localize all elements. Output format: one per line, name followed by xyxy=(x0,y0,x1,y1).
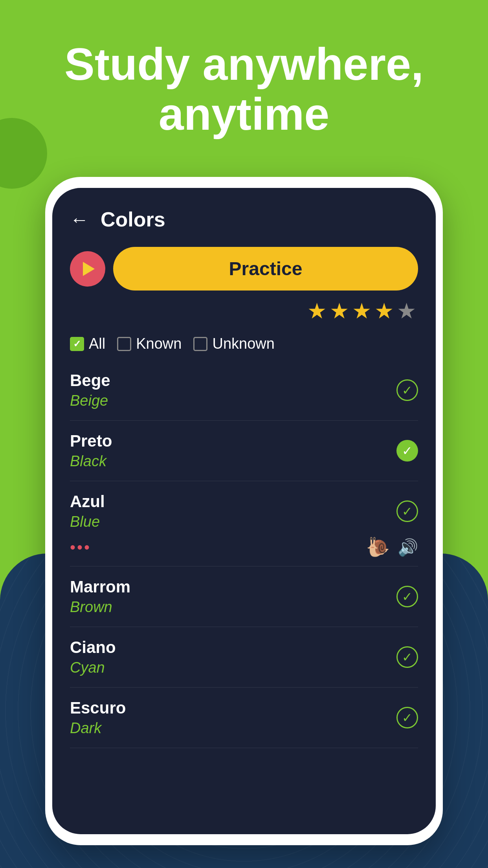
word-item-marrom[interactable]: Marrom Brown ✓ xyxy=(70,566,418,627)
filter-unknown-label: Unknown xyxy=(212,335,274,352)
app-header: ← Colors xyxy=(52,188,436,243)
word-text-ciano: Ciano Cyan xyxy=(70,638,116,676)
filter-known-label: Known xyxy=(136,335,182,352)
check-circle-bege[interactable]: ✓ xyxy=(396,379,418,401)
word-text-azul: Azul Blue xyxy=(70,492,105,530)
star-1: ★ xyxy=(307,298,327,324)
word-native-bege: Bege xyxy=(70,371,110,390)
star-3: ★ xyxy=(352,298,371,324)
word-translation-ciano: Cyan xyxy=(70,659,116,676)
word-item-preto[interactable]: Preto Black ✓ xyxy=(70,421,418,481)
slow-audio-icon[interactable]: 🐌 xyxy=(366,536,390,558)
star-2: ★ xyxy=(330,298,349,324)
word-text-marrom: Marrom Brown xyxy=(70,577,130,616)
check-circle-preto[interactable]: ✓ xyxy=(396,440,418,462)
word-action-icons: 🐌 🔊 xyxy=(366,536,418,558)
star-5: ★ xyxy=(397,298,416,324)
practice-row: Practice xyxy=(52,243,436,294)
star-4: ★ xyxy=(374,298,394,324)
word-native-marrom: Marrom xyxy=(70,577,130,596)
word-text-bege: Bege Beige xyxy=(70,371,110,409)
speaker-icon[interactable]: 🔊 xyxy=(398,538,418,557)
stars-row: ★ ★ ★ ★ ★ xyxy=(52,294,436,331)
check-icon: ✓ xyxy=(73,338,81,349)
back-button[interactable]: ← xyxy=(70,209,89,230)
phone-mockup: ← Colors Practice ★ ★ ★ ★ ★ ✓ All xyxy=(45,177,443,845)
word-translation-azul: Blue xyxy=(70,513,105,530)
checkbox-known[interactable] xyxy=(117,337,131,351)
filter-known[interactable]: Known xyxy=(117,335,182,352)
word-item-bege[interactable]: Bege Beige ✓ xyxy=(70,360,418,421)
phone-screen: ← Colors Practice ★ ★ ★ ★ ★ ✓ All xyxy=(52,188,436,834)
screen-title: Colors xyxy=(101,208,165,231)
word-native-escuro: Escuro xyxy=(70,699,126,717)
check-circle-marrom[interactable]: ✓ xyxy=(396,586,418,607)
word-item-ciano[interactable]: Ciano Cyan ✓ xyxy=(70,627,418,688)
word-item-azul-top: Azul Blue ✓ xyxy=(70,481,418,536)
checkbox-all[interactable]: ✓ xyxy=(70,337,84,351)
check-circle-ciano[interactable]: ✓ xyxy=(396,646,418,668)
checkbox-unknown[interactable] xyxy=(193,337,207,351)
more-options-icon[interactable]: ••• xyxy=(70,539,91,556)
word-translation-escuro: Dark xyxy=(70,720,126,737)
check-circle-escuro[interactable]: ✓ xyxy=(396,707,418,728)
practice-button[interactable]: Practice xyxy=(113,247,418,291)
page-title: Study anywhere, anytime xyxy=(31,39,457,139)
word-translation-marrom: Brown xyxy=(70,599,130,616)
filter-all[interactable]: ✓ All xyxy=(70,335,105,352)
word-native-ciano: Ciano xyxy=(70,638,116,657)
filter-all-label: All xyxy=(89,335,105,352)
word-text-preto: Preto Black xyxy=(70,432,112,470)
word-translation-preto: Black xyxy=(70,453,112,470)
word-item-azul-bottom: ••• 🐌 🔊 xyxy=(70,536,418,566)
word-native-preto: Preto xyxy=(70,432,112,451)
word-native-azul: Azul xyxy=(70,492,105,511)
word-item-escuro[interactable]: Escuro Dark ✓ xyxy=(70,688,418,748)
word-item-azul[interactable]: Azul Blue ✓ ••• 🐌 🔊 xyxy=(70,481,418,566)
play-icon xyxy=(83,262,95,276)
filter-unknown[interactable]: Unknown xyxy=(193,335,274,352)
word-list: Bege Beige ✓ Preto Black ✓ Azul Blue xyxy=(52,360,436,748)
word-translation-bege: Beige xyxy=(70,392,110,409)
filter-row: ✓ All Known Unknown xyxy=(52,331,436,360)
word-text-escuro: Escuro Dark xyxy=(70,699,126,737)
play-button[interactable] xyxy=(70,251,105,287)
check-circle-azul[interactable]: ✓ xyxy=(396,500,418,522)
